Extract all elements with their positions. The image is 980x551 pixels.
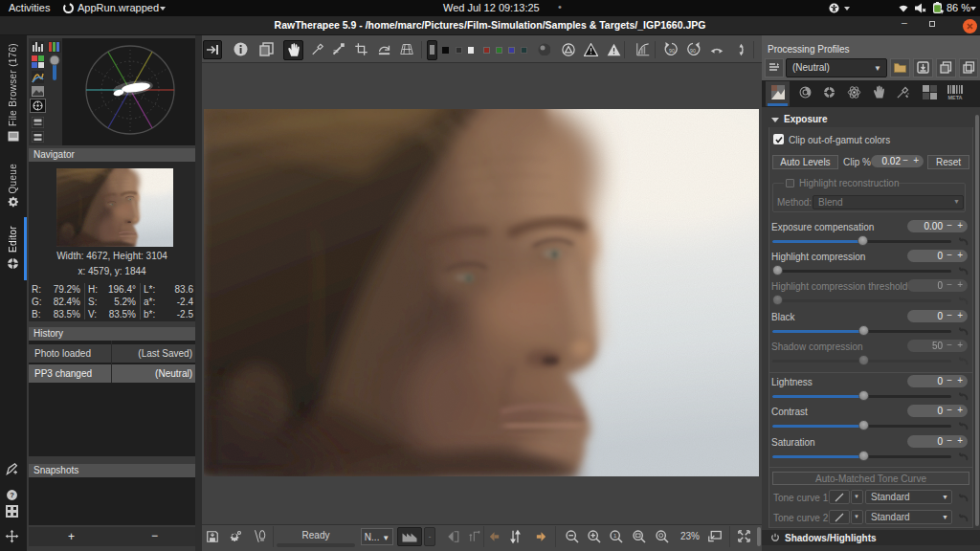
svg-text:90: 90 [690, 48, 696, 54]
svg-text:1: 1 [613, 533, 617, 539]
svg-text:META: META [947, 95, 962, 100]
svg-text:?: ? [10, 491, 14, 499]
svg-text:90: 90 [669, 48, 675, 54]
